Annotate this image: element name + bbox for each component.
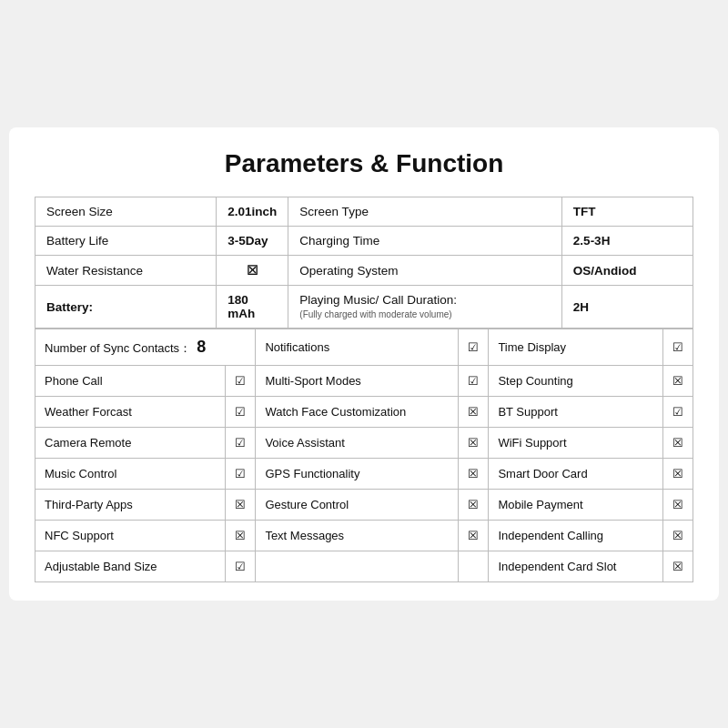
screen-type-label: Screen Type <box>288 197 562 227</box>
text-messages-label: Text Messages <box>256 521 459 551</box>
weather-check: ☑ <box>226 397 256 428</box>
wifi-support-label: WiFi Support <box>489 428 663 459</box>
feature-header-row: Number of Sync Contacts：8 Notifications … <box>35 329 693 366</box>
music-duration-note: (Fully charged with moderate volume) <box>299 309 451 319</box>
battery-label: Battery: <box>35 286 217 329</box>
third-party-label: Third-Party Apps <box>35 490 226 521</box>
phone-call-label: Phone Call <box>35 366 226 397</box>
independent-calling-check: ☒ <box>663 521 693 551</box>
empty-cell-1 <box>256 551 459 582</box>
contacts-label: Number of Sync Contacts：8 <box>35 329 256 366</box>
voice-assistant-label: Voice Assistant <box>256 428 459 459</box>
smart-door-label: Smart Door Card <box>489 459 663 490</box>
feature-row-1: Phone Call ☑ Multi-Sport Modes ☑ Step Co… <box>35 366 693 397</box>
weather-label: Weather Forcast <box>35 397 226 428</box>
empty-cell-2 <box>459 551 489 582</box>
music-duration-label: Playing Music/ Call Duration: (Fully cha… <box>288 286 562 329</box>
wifi-support-check: ☒ <box>663 428 693 459</box>
time-display-check: ☑ <box>663 329 693 366</box>
smart-door-check: ☒ <box>663 459 693 490</box>
time-display-label: Time Display <box>489 329 663 366</box>
water-resistance-value: ☒ <box>217 256 288 286</box>
music-duration-value: 2H <box>561 286 693 329</box>
feature-row-6: NFC Support ☒ Text Messages ☒ Independen… <box>35 521 693 551</box>
feature-row-3: Camera Remote ☑ Voice Assistant ☒ WiFi S… <box>35 428 693 459</box>
voice-assistant-check: ☒ <box>459 428 489 459</box>
music-control-check: ☑ <box>226 459 256 490</box>
os-value: OS/Andiod <box>561 256 693 286</box>
adjustable-band-label: Adjustable Band Size <box>35 551 226 582</box>
independent-card-check: ☒ <box>663 551 693 582</box>
page-title: Parameters & Function <box>35 149 693 178</box>
feature-row-2: Weather Forcast ☑ Watch Face Customizati… <box>35 397 693 428</box>
watch-face-label: Watch Face Customization <box>256 397 459 428</box>
gesture-label: Gesture Control <box>256 490 459 521</box>
multi-sport-check: ☑ <box>459 366 489 397</box>
notifications-label: Notifications <box>256 329 459 366</box>
screen-type-value: TFT <box>561 197 693 227</box>
charging-time-label: Charging Time <box>288 227 562 256</box>
feature-table: Number of Sync Contacts：8 Notifications … <box>35 329 693 582</box>
mobile-payment-label: Mobile Payment <box>489 490 663 521</box>
third-party-check: ☒ <box>226 490 256 521</box>
music-control-label: Music Control <box>35 459 226 490</box>
gps-label: GPS Functionality <box>256 459 459 490</box>
camera-remote-check: ☑ <box>226 428 256 459</box>
feature-row-7: Adjustable Band Size ☑ Independent Card … <box>35 551 693 582</box>
mobile-payment-check: ☒ <box>663 490 693 521</box>
multi-sport-label: Multi-Sport Modes <box>256 366 459 397</box>
adjustable-band-check: ☑ <box>226 551 256 582</box>
battery-life-value: 3-5Day <box>217 227 288 256</box>
feature-row-4: Music Control ☑ GPS Functionality ☒ Smar… <box>35 459 693 490</box>
battery-life-label: Battery Life <box>35 227 217 256</box>
bt-support-label: BT Support <box>489 397 663 428</box>
spec-row-1: Screen Size 2.01inch Screen Type TFT <box>35 197 693 227</box>
nfc-check: ☒ <box>226 521 256 551</box>
screen-size-label: Screen Size <box>35 197 217 227</box>
water-resistance-label: Water Resistance <box>35 256 217 286</box>
specs-table: Screen Size 2.01inch Screen Type TFT Bat… <box>35 197 693 329</box>
bt-support-check: ☑ <box>663 397 693 428</box>
nfc-label: NFC Support <box>35 521 226 551</box>
spec-row-3: Water Resistance ☒ Operating System OS/A… <box>35 256 693 286</box>
notifications-check: ☑ <box>459 329 489 366</box>
feature-row-5: Third-Party Apps ☒ Gesture Control ☒ Mob… <box>35 490 693 521</box>
gesture-check: ☒ <box>459 490 489 521</box>
screen-size-value: 2.01inch <box>217 197 288 227</box>
gps-check: ☒ <box>459 459 489 490</box>
step-counting-check: ☒ <box>663 366 693 397</box>
watch-face-check: ☒ <box>459 397 489 428</box>
os-label: Operating System <box>288 256 562 286</box>
spec-row-4: Battery: 180 mAh Playing Music/ Call Dur… <box>35 286 693 329</box>
step-counting-label: Step Counting <box>489 366 663 397</box>
charging-time-value: 2.5-3H <box>561 227 693 256</box>
independent-calling-label: Independent Calling <box>489 521 663 551</box>
independent-card-label: Independent Card Slot <box>489 551 663 582</box>
card: Parameters & Function Screen Size 2.01in… <box>9 127 719 601</box>
phone-call-check: ☑ <box>226 366 256 397</box>
spec-row-2: Battery Life 3-5Day Charging Time 2.5-3H <box>35 227 693 256</box>
battery-value: 180 mAh <box>217 286 288 329</box>
text-messages-check: ☒ <box>459 521 489 551</box>
camera-remote-label: Camera Remote <box>35 428 226 459</box>
